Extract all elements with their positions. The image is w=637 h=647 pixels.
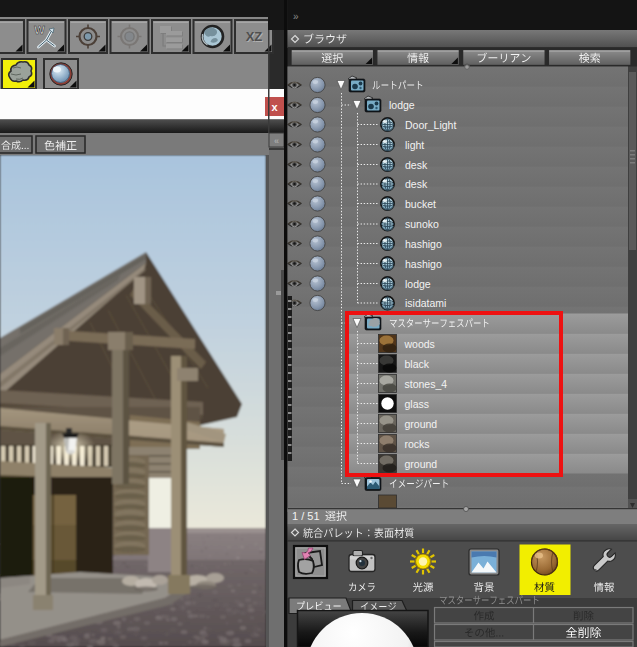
svg-text:W: W (34, 24, 45, 36)
svg-text:glass: glass (405, 398, 430, 410)
svg-text:x: x (271, 101, 278, 113)
svg-text:black: black (405, 358, 430, 370)
svg-text:bucket: bucket (405, 198, 436, 210)
svg-text:sunoko: sunoko (405, 218, 439, 230)
svg-text:hashigo: hashigo (405, 238, 442, 250)
svg-text:isidatami: isidatami (405, 297, 446, 309)
svg-text:light: light (405, 139, 424, 151)
svg-text:Door_Light: Door_Light (405, 119, 456, 131)
svg-text:lodge: lodge (405, 278, 431, 290)
svg-text:stones_4: stones_4 (405, 378, 448, 390)
svg-text:hashigo: hashigo (405, 258, 442, 270)
svg-text:XZ: XZ (246, 29, 263, 44)
svg-text:ground: ground (405, 458, 438, 470)
svg-text:woods: woods (404, 338, 435, 350)
svg-text:desk: desk (405, 159, 428, 171)
svg-text:«: « (274, 136, 279, 146)
svg-text:lodge: lodge (389, 99, 415, 111)
svg-text:»: » (293, 11, 299, 22)
svg-text:1 / 51: 1 / 51 (292, 510, 320, 522)
svg-text:rocks: rocks (405, 438, 430, 450)
svg-text:ground: ground (405, 418, 438, 430)
svg-text:desk: desk (405, 178, 428, 190)
